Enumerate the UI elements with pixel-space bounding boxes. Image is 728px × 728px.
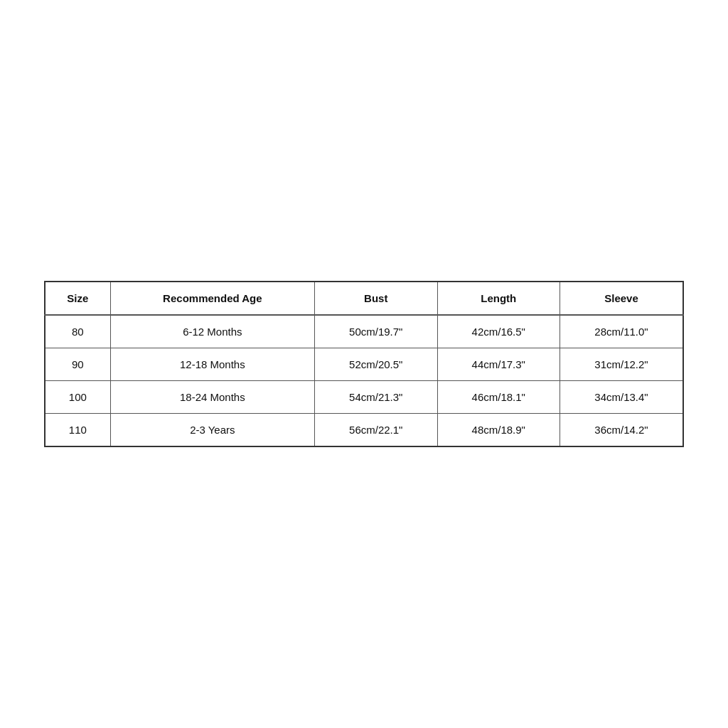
header-sleeve: Sleeve bbox=[560, 282, 683, 315]
size-chart-table: Size Recommended Age Bust Length Sleeve … bbox=[44, 281, 684, 447]
cell-size: 80 bbox=[45, 315, 110, 348]
cell-size: 100 bbox=[45, 381, 110, 414]
cell-sleeve: 31cm/12.2" bbox=[560, 348, 683, 381]
cell-bust: 54cm/21.3" bbox=[315, 381, 438, 414]
cell-sleeve: 28cm/11.0" bbox=[560, 315, 683, 348]
cell-bust: 50cm/19.7" bbox=[315, 315, 438, 348]
cell-bust: 52cm/20.5" bbox=[315, 348, 438, 381]
size-chart-container: Size Recommended Age Bust Length Sleeve … bbox=[44, 281, 684, 447]
header-size: Size bbox=[45, 282, 110, 315]
cell-length: 48cm/18.9" bbox=[437, 414, 560, 447]
cell-sleeve: 34cm/13.4" bbox=[560, 381, 683, 414]
table-row: 1102-3 Years56cm/22.1"48cm/18.9"36cm/14.… bbox=[45, 414, 683, 447]
cell-sleeve: 36cm/14.2" bbox=[560, 414, 683, 447]
header-bust: Bust bbox=[315, 282, 438, 315]
header-length: Length bbox=[437, 282, 560, 315]
cell-size: 110 bbox=[45, 414, 110, 447]
cell-length: 42cm/16.5" bbox=[437, 315, 560, 348]
cell-age: 6-12 Months bbox=[110, 315, 314, 348]
cell-bust: 56cm/22.1" bbox=[315, 414, 438, 447]
cell-age: 2-3 Years bbox=[110, 414, 314, 447]
table-row: 9012-18 Months52cm/20.5"44cm/17.3"31cm/1… bbox=[45, 348, 683, 381]
cell-size: 90 bbox=[45, 348, 110, 381]
cell-age: 12-18 Months bbox=[110, 348, 314, 381]
table-row: 10018-24 Months54cm/21.3"46cm/18.1"34cm/… bbox=[45, 381, 683, 414]
cell-length: 44cm/17.3" bbox=[437, 348, 560, 381]
cell-length: 46cm/18.1" bbox=[437, 381, 560, 414]
cell-age: 18-24 Months bbox=[110, 381, 314, 414]
header-recommended-age: Recommended Age bbox=[110, 282, 314, 315]
table-header-row: Size Recommended Age Bust Length Sleeve bbox=[45, 282, 683, 315]
table-row: 806-12 Months50cm/19.7"42cm/16.5"28cm/11… bbox=[45, 315, 683, 348]
